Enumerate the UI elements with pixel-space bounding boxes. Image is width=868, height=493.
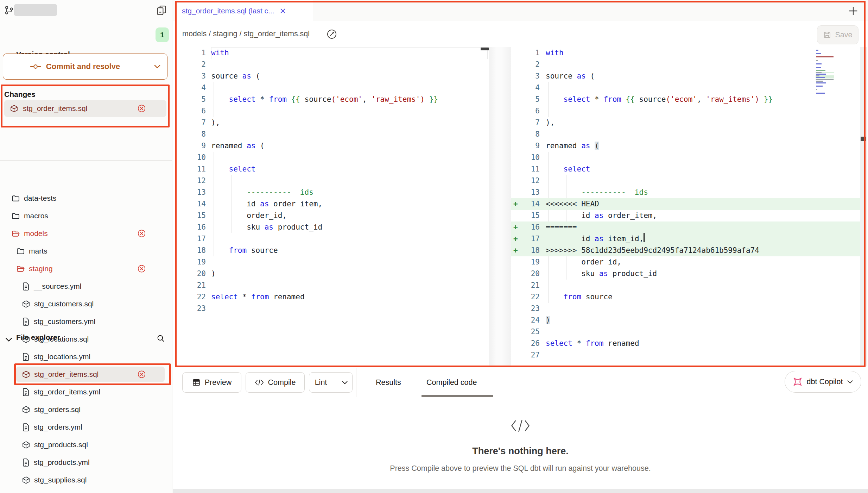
- indent-guide: [214, 163, 214, 175]
- indent-guide: [214, 187, 214, 198]
- new-tab-plus-icon[interactable]: [847, 5, 859, 17]
- tree-item-label: stg_customers.sql: [34, 300, 94, 308]
- compile-button[interactable]: Compile: [246, 372, 305, 393]
- bottom-strip: [173, 489, 868, 493]
- discard-file-icon[interactable]: [137, 229, 146, 238]
- line-number: 5: [520, 94, 546, 105]
- minimap-line: [816, 74, 826, 75]
- line-number: 4: [520, 82, 546, 94]
- line-number: 18: [173, 245, 211, 256]
- code-line: 25: [511, 326, 860, 338]
- dbt-copilot-button[interactable]: dbt Copilot: [785, 371, 861, 393]
- indent-guide: [214, 105, 214, 117]
- tree-item-data-tests[interactable]: data-tests: [0, 189, 172, 207]
- indent-guide: [232, 187, 232, 198]
- close-icon[interactable]: [279, 7, 286, 14]
- code-line: 3source as (: [173, 70, 489, 82]
- minimap[interactable]: [816, 49, 834, 97]
- changed-file-row[interactable]: stg_order_items.sql: [4, 100, 166, 117]
- right-scrollbar-track[interactable]: [860, 47, 867, 366]
- tree-item-stg_locations.yml[interactable]: stg_locations.yml: [0, 348, 172, 366]
- tree-item-stg_orders.yml[interactable]: stg_orders.yml: [0, 418, 172, 436]
- code-line: 17: [173, 233, 489, 245]
- code-line: 20): [173, 268, 489, 280]
- code-line: 10: [173, 152, 489, 163]
- tab-compiled-code[interactable]: Compiled code: [426, 373, 477, 392]
- tree-item-marts[interactable]: marts: [0, 242, 172, 260]
- file-explorer-section-header[interactable]: File explorer: [0, 165, 172, 182]
- code-line: 24): [511, 314, 860, 326]
- right-scrollbar-thumb[interactable]: [861, 137, 866, 141]
- indent-guide: [548, 256, 549, 268]
- code-line: +14<<<<<<< HEAD: [511, 198, 860, 210]
- code-line: 14 id as order_item,: [173, 198, 489, 210]
- code-line: 6: [511, 105, 860, 117]
- line-number: 14: [173, 198, 211, 210]
- tree-item-stg_products.sql[interactable]: stg_products.sql: [0, 436, 172, 454]
- lineage-icon[interactable]: [327, 29, 337, 39]
- code-line: 16 sku as product_id: [173, 221, 489, 233]
- tree-item-macros[interactable]: macros: [0, 207, 172, 225]
- code-line: 22select * from renamed: [173, 291, 489, 303]
- tree-item-__sources.yml[interactable]: __sources.yml: [0, 277, 172, 295]
- code-line: 15 order_id,: [173, 210, 489, 221]
- lint-button[interactable]: Lint: [309, 373, 332, 392]
- line-number: 2: [520, 59, 546, 70]
- tree-item-stg_customers.sql[interactable]: stg_customers.sql: [0, 295, 172, 313]
- lint-split-button[interactable]: Lint: [309, 372, 353, 393]
- tree-item-stg_supplies.sql[interactable]: stg_supplies.sql: [0, 471, 172, 489]
- preview-label: Preview: [205, 378, 232, 387]
- tree-item-staging[interactable]: staging: [0, 260, 172, 277]
- editor-pane-left[interactable]: 1with23source as (45 select * from {{ so…: [173, 47, 489, 314]
- tree-item-models[interactable]: models: [0, 225, 172, 242]
- discard-change-icon[interactable]: [137, 104, 146, 113]
- tree-item-stg_order_items.sql[interactable]: stg_order_items.sql: [0, 366, 172, 383]
- line-number: 21: [520, 280, 546, 291]
- discard-file-icon[interactable]: [137, 264, 146, 273]
- pane-divider-shadow: [489, 47, 511, 366]
- indent-guide: [232, 210, 232, 221]
- line-number: 3: [173, 70, 211, 82]
- discard-file-icon[interactable]: [137, 370, 146, 379]
- preview-button[interactable]: Preview: [182, 372, 241, 393]
- commit-button-main[interactable]: Commit and resolve: [3, 54, 147, 79]
- save-button[interactable]: Save: [817, 25, 859, 44]
- line-number: 23: [173, 303, 211, 314]
- commit-options-caret[interactable]: [147, 54, 167, 79]
- minimap-line: [816, 82, 826, 83]
- line-number: 27: [520, 349, 546, 361]
- tree-item-stg_order_items.yml[interactable]: stg_order_items.yml: [0, 383, 172, 401]
- line-number: 7: [520, 117, 546, 129]
- tree-item-stg_customers.yml[interactable]: stg_customers.yml: [0, 313, 172, 330]
- indent-guide: [214, 94, 214, 105]
- tree-item-stg_products.yml[interactable]: stg_products.yml: [0, 454, 172, 471]
- line-number: 8: [520, 129, 546, 140]
- copy-docs-icon[interactable]: [156, 5, 167, 16]
- tree-item-stg_locations.sql[interactable]: stg_locations.sql: [0, 330, 172, 348]
- tab-stg-order-items[interactable]: stg_order_items.sql (last c...: [175, 0, 313, 21]
- model-icon: [22, 335, 30, 344]
- indent-guide: [548, 163, 549, 175]
- git-branch-icon[interactable]: [4, 5, 14, 15]
- commit-and-resolve-button[interactable]: Commit and resolve: [3, 54, 167, 80]
- line-number: 22: [520, 291, 546, 303]
- folder-open-icon: [11, 229, 20, 238]
- code-line: 9renamed as (: [173, 140, 489, 152]
- lint-options-caret[interactable]: [337, 373, 352, 392]
- code-line: 19: [173, 256, 489, 268]
- version-control-section-header[interactable]: Version control: [0, 23, 172, 43]
- diff-added-marker: [511, 268, 520, 280]
- indent-guide: [214, 152, 214, 163]
- line-number: 19: [173, 256, 211, 268]
- indent-guide: [214, 82, 214, 94]
- tree-item-stg_orders.sql[interactable]: stg_orders.sql: [0, 401, 172, 418]
- code-line: 18 from source: [173, 245, 489, 256]
- left-scrollbar-thumb[interactable]: [481, 48, 489, 50]
- tab-results[interactable]: Results: [376, 373, 401, 392]
- indent-guide: [214, 198, 214, 210]
- editor-pane-right[interactable]: 1with23source as (45 select * from {{ so…: [511, 47, 860, 361]
- line-number: 25: [520, 326, 546, 338]
- sidebar: Version control 1 Commit and resolve Cha…: [0, 0, 172, 493]
- line-number: 13: [520, 187, 546, 198]
- chevron-down-icon: [342, 381, 348, 385]
